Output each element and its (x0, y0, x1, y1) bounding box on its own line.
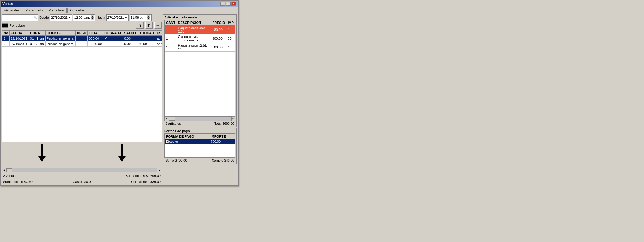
desde-date-value: 27/10/2021 (51, 16, 68, 19)
art-col-cant: CANT (165, 20, 177, 25)
action-buttons: 🖨 🗑 ✏ (136, 22, 162, 29)
maximize-button[interactable]: □ (226, 2, 231, 6)
payment-section: Formas de pago FORMA DE PAGO IMPORTE Efe… (163, 128, 237, 164)
scroll-track[interactable] (6, 168, 157, 172)
minimize-button[interactable]: − (220, 2, 225, 6)
art-col-imp: IMP (226, 20, 235, 25)
list-item[interactable]: 1Paquete coca cola 2.5L180.001 (165, 25, 235, 34)
sales-table: No FECHA HORA CLIENTE DESC TOTAL COBRADA… (2, 30, 162, 47)
gastos: Gastos $0.00 (73, 180, 92, 184)
articles-footer: 3 artículos Total $660.00 (164, 121, 235, 126)
art-col-precio: PRECIO (211, 20, 226, 25)
edit-button[interactable]: ✏ (154, 22, 162, 29)
hasta-date-value: 27/10/2021 (107, 16, 124, 19)
desde-date-dropdown[interactable]: ▼ (68, 16, 71, 19)
toolbar-row-1: 🔍 Desde 27/10/2021 ▼ 12:00 a.m. ▲ ▼ (2, 14, 162, 21)
color-indicator (2, 23, 8, 28)
right-panel: Artículos de la venta CANT DESCRIPCION P… (163, 14, 237, 184)
col-no: No (2, 31, 10, 36)
col-utilidad: UTILIDAD (137, 31, 155, 36)
tab-por-cobrar[interactable]: Por cobrar (46, 8, 67, 13)
tab-cobradas[interactable]: Cobradas (67, 8, 87, 13)
col-desc: DESC (75, 31, 88, 36)
desde-time-up[interactable]: ▲ (91, 15, 94, 18)
list-item[interactable]: 1Carton cerveza corona media300.0030 (165, 34, 235, 43)
desde-time-input[interactable]: 12:00 a.m. ▲ ▼ (73, 14, 95, 21)
col-total: TOTAL (88, 31, 103, 36)
date-hasta-group: Hasta 27/10/2021 ▼ 11:59 p.m. ▲ ▼ (97, 14, 152, 21)
search-input[interactable] (3, 16, 33, 19)
articles-section-title: Artículos de la venta (164, 15, 235, 19)
art-col-desc: DESCRIPCION (177, 20, 211, 25)
col-cliente: CLIENTE (45, 31, 75, 36)
articles-table: CANT DESCRIPCION PRECIO IMP 1Paquete coc… (165, 20, 235, 52)
payment-table: FORMA DE PAGO IMPORTE Efectivo700.00 (165, 134, 235, 144)
tab-bar: Generales Por artículo Por cobrar Cobrad… (1, 7, 238, 13)
list-item[interactable]: Efectivo700.00 (165, 139, 235, 144)
desde-time-spinner: ▲ ▼ (91, 15, 94, 20)
filter-row: Por cobrar 🖨 🗑 ✏ (2, 22, 162, 29)
col-cobrada: COBRADA (103, 31, 123, 36)
close-button[interactable]: ✕ (231, 2, 236, 6)
articles-count: 3 artículos (165, 122, 181, 125)
desde-time-down[interactable]: ▼ (91, 18, 94, 20)
desde-label: Desde (39, 16, 49, 19)
col-saldo: SALDO (123, 31, 137, 36)
suma-utilidad: Suma utilidad $30.00 (3, 180, 34, 184)
pay-col-importe: IMPORTE (209, 134, 235, 139)
table-row[interactable]: 227/10/202101:50 pmPublico en general1,0… (2, 41, 162, 47)
desde-time-value: 12:00 a.m. (74, 16, 90, 19)
articles-scrollbar[interactable]: ◄ ► (164, 116, 235, 121)
utilidad-neta: Utilidad neta $30.00 (131, 180, 161, 184)
art-scroll-left[interactable]: ◄ (164, 117, 168, 121)
payment-footer: Suma $700.00 Cambio $40.00 (164, 158, 235, 163)
scroll-right-button[interactable]: ► (158, 168, 162, 172)
art-scroll-right[interactable]: ► (231, 117, 235, 121)
scroll-left-button[interactable]: ◄ (2, 168, 6, 172)
payment-suma: Suma $700.00 (165, 159, 187, 162)
table-row[interactable]: 127/10/202101:41 pmPublico en general660… (2, 36, 162, 41)
tab-generales[interactable]: Generales (2, 8, 22, 13)
hasta-time-up[interactable]: ▲ (147, 15, 150, 18)
hasta-label: Hasta (97, 16, 105, 19)
arrow-left (38, 144, 46, 165)
col-hora: HORA (29, 31, 45, 36)
payment-cambio: Cambio $40.00 (212, 159, 234, 162)
hasta-time-down[interactable]: ▼ (147, 18, 150, 20)
status-bar-row2: Suma utilidad $30.00 Gastos $0.00 Utilid… (2, 179, 162, 184)
window-controls: − □ ✕ (220, 2, 236, 6)
articles-total: Total $660.00 (214, 122, 234, 125)
search-icon: 🔍 (33, 16, 37, 19)
hasta-time-input[interactable]: 11:59 p.m. ▲ ▼ (130, 14, 152, 21)
arrows-area (2, 143, 162, 167)
hasta-time-value: 11:59 p.m. (131, 16, 146, 19)
payment-section-title: Formas de pago (164, 129, 235, 133)
articles-section: Artículos de la venta CANT DESCRIPCION P… (163, 14, 237, 127)
title-bar: Ventas − □ ✕ (1, 1, 238, 7)
col-fecha: FECHA (9, 31, 29, 36)
status-bar-row1: 2 ventas Suma totales $1,690.00 (2, 173, 162, 178)
left-panel: 🔍 Desde 27/10/2021 ▼ 12:00 a.m. ▲ ▼ (2, 14, 162, 184)
print-button[interactable]: 🖨 (136, 22, 144, 29)
payment-table-container: FORMA DE PAGO IMPORTE Efectivo700.00 (164, 133, 235, 158)
col-usuario: USUARIO (155, 31, 162, 36)
desde-date-input[interactable]: 27/10/2021 ▼ (50, 14, 72, 21)
tab-por-articulo[interactable]: Por artículo (23, 8, 45, 13)
hasta-date-dropdown[interactable]: ▼ (125, 16, 127, 19)
list-item[interactable]: 1Paquete squirt 2.5L c/8180.001 (165, 43, 235, 52)
filter-label: Por cobrar (10, 24, 25, 27)
art-scroll-track[interactable] (169, 117, 231, 121)
suma-totales: Suma totales $1,690.00 (126, 174, 161, 178)
search-box[interactable]: 🔍 (2, 14, 38, 21)
date-desde-group: Desde 27/10/2021 ▼ 12:00 a.m. ▲ ▼ (39, 14, 95, 21)
main-content: 🔍 Desde 27/10/2021 ▼ 12:00 a.m. ▲ ▼ (1, 13, 238, 185)
articles-table-container: CANT DESCRIPCION PRECIO IMP 1Paquete coc… (164, 20, 235, 116)
main-window: Ventas − □ ✕ Generales Por artículo Por … (0, 0, 239, 186)
hasta-date-input[interactable]: 27/10/2021 ▼ (106, 14, 129, 21)
hasta-time-spinner: ▲ ▼ (147, 15, 150, 20)
delete-button[interactable]: 🗑 (145, 22, 153, 29)
arrow-right (118, 144, 126, 165)
horizontal-scrollbar[interactable]: ◄ ► (2, 168, 162, 172)
sales-table-container: No FECHA HORA CLIENTE DESC TOTAL COBRADA… (2, 30, 162, 142)
window-title: Ventas (2, 2, 13, 5)
